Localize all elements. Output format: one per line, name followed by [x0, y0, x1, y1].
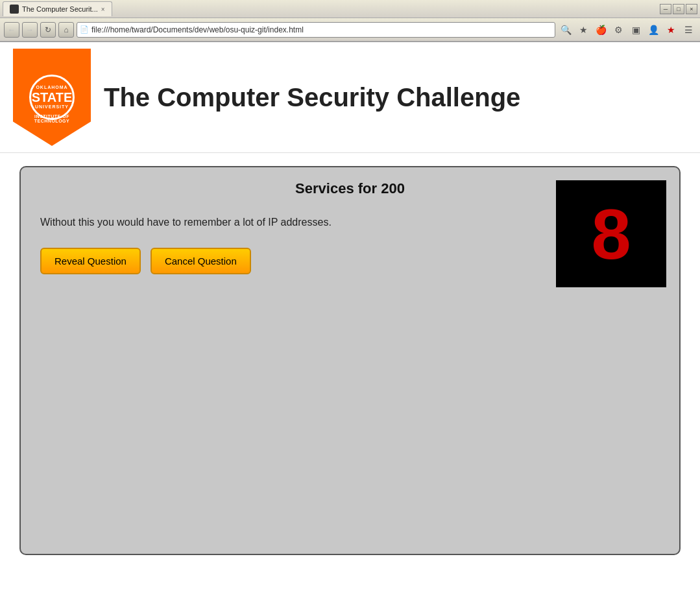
window-icon[interactable]: ▣: [628, 22, 644, 38]
quiz-container: Services for 200 Without this you would …: [19, 166, 681, 555]
profile-icon[interactable]: 👤: [646, 22, 661, 38]
reload-btn[interactable]: ↻: [40, 22, 56, 38]
address-input[interactable]: [91, 25, 552, 34]
logo-bottom-text: INSTITUTE OFTECHNOLOGY: [34, 114, 69, 123]
menu-icon[interactable]: ☰: [681, 22, 696, 38]
forward-btn[interactable]: →: [22, 22, 38, 38]
logo-shield: OKLAHOMA STATE UNIVERSITY INSTITUTE OFTE…: [13, 49, 91, 146]
settings-icon[interactable]: ⚙: [610, 22, 626, 38]
browser-tab[interactable]: The Computer Securit... ×: [3, 1, 112, 16]
search-icon[interactable]: 🔍: [558, 22, 573, 38]
timer-box: 8: [556, 180, 666, 287]
address-icon: 📄: [80, 25, 89, 34]
osu-logo: OKLAHOMA STATE UNIVERSITY INSTITUTE OFTE…: [13, 49, 91, 146]
close-btn[interactable]: ×: [686, 4, 697, 14]
bookmark-icon[interactable]: ★: [575, 22, 591, 38]
title-bar: The Computer Securit... × ─ □ ×: [0, 0, 700, 18]
window-controls: ─ □ ×: [660, 4, 697, 14]
address-bar-container: 📄: [77, 22, 555, 38]
extension-icon2[interactable]: ★: [663, 22, 679, 38]
extension-icon1[interactable]: 🍎: [593, 22, 609, 38]
nav-bar: ← → ↻ ⌂ 📄 🔍 ★ 🍎 ⚙ ▣ 👤 ★ ☰: [0, 18, 700, 42]
maximize-btn[interactable]: □: [673, 4, 684, 14]
page-header: OKLAHOMA STATE UNIVERSITY INSTITUTE OFTE…: [0, 42, 700, 153]
home-btn[interactable]: ⌂: [58, 22, 74, 38]
logo-container: OKLAHOMA STATE UNIVERSITY INSTITUTE OFTE…: [13, 49, 91, 146]
page-content: OKLAHOMA STATE UNIVERSITY INSTITUTE OFTE…: [0, 42, 700, 607]
logo-circle: OKLAHOMA STATE UNIVERSITY: [29, 75, 75, 120]
reveal-question-button[interactable]: Reveal Question: [40, 248, 141, 274]
timer-display: 8: [591, 198, 631, 270]
minimize-btn[interactable]: ─: [660, 4, 671, 14]
nav-icons-right: 🔍 ★ 🍎 ⚙ ▣ 👤 ★ ☰: [558, 22, 696, 38]
back-btn[interactable]: ←: [4, 22, 19, 38]
logo-osu-text: OKLAHOMA STATE UNIVERSITY: [32, 85, 73, 109]
tab-favicon: [10, 5, 19, 14]
title-bar-left: The Computer Securit... ×: [3, 1, 112, 16]
tab-close-btn[interactable]: ×: [101, 6, 105, 13]
page-title: The Computer Security Challenge: [104, 83, 520, 112]
browser-chrome: The Computer Securit... × ─ □ × ← → ↻ ⌂ …: [0, 0, 700, 42]
cancel-question-button[interactable]: Cancel Question: [151, 248, 251, 274]
tab-title: The Computer Securit...: [22, 5, 98, 13]
